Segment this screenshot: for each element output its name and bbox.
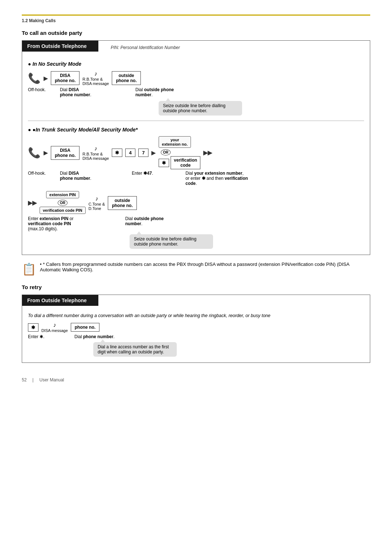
retry-label-2: Dial phone number. <box>74 334 122 339</box>
label-dial-ext: Dial your extension number,or enter ✱ an… <box>185 171 248 186</box>
retry-box-header: From Outside Telephone <box>22 295 98 306</box>
mode2-label: ●In Trunk Security Mode/All Security Mod… <box>28 127 138 133</box>
mode2-labels-2: Enter extension PIN orverification code … <box>28 216 364 231</box>
italic-note: To dial a different number during a conv… <box>28 313 364 318</box>
star-key-1: ✱ <box>112 149 122 157</box>
pin-options: extension PIN OR verification code PIN <box>40 191 86 215</box>
ctone-label: C.Tone &D.Tone <box>89 202 105 211</box>
mode2-flow-row1: 📞 ▶ DISAphone no. ♪ R.B.Tone &DISA messa… <box>28 136 364 169</box>
retry-flow-row: ✱ ♪ DISA message phone no. <box>28 322 364 333</box>
label-dial-outside-2: Dial outside phonenumber. <box>125 216 169 226</box>
rbtone-group-2: ♪ R.B.Tone &DISA message <box>82 145 109 161</box>
disa-box-2: DISAphone no. <box>51 146 79 160</box>
box-header: From Outside Telephone <box>22 41 98 52</box>
phone-icon-2: 📞 <box>28 147 41 159</box>
retry-star-key: ✱ <box>28 323 38 332</box>
bubble-text-1: Seize outside line before dialling outsi… <box>159 101 242 116</box>
rbtone-label-2: R.B.Tone &DISA message <box>82 152 109 161</box>
arrow-2: ▶ <box>44 149 48 156</box>
music-note-3: ♪ <box>95 195 98 202</box>
mode2-labels-1: Off-hook. Dial DISAphone number. Enter ✱… <box>28 171 364 186</box>
rbtone-label-1: R.B.Tone &DISA message <box>82 77 109 86</box>
label-dial-disa-1: Dial DISAphone number. <box>60 87 96 97</box>
ctone-group: ♪ C.Tone &D.Tone <box>89 195 105 211</box>
double-arrow-2: ▶▶ <box>28 199 37 206</box>
label-dial-outside-1: Dial outside phonenumber. <box>135 87 179 97</box>
retry-title: To retry <box>22 284 370 290</box>
key-7: 7 <box>138 149 148 157</box>
bubble-note-2: Seize outside line before dialling outsi… <box>130 233 364 249</box>
outside-phone-box-2: outsidephone no. <box>108 196 137 210</box>
retry-content: To dial a different number during a conv… <box>22 309 370 357</box>
page-footer: 52 | User Manual <box>22 377 370 382</box>
your-ext-box: yourextension no. <box>159 136 191 148</box>
note-block: 📋 • * Callers from preprogrammed outside… <box>22 262 370 276</box>
double-arrow-1: ▶▶ <box>203 149 212 156</box>
retry-phone-box: phone no. <box>71 323 99 332</box>
outside-phone-box-1: outsidephone no. <box>112 71 141 85</box>
verif-row: ✱ verificationcode <box>159 156 200 169</box>
note-text: • * Callers from preprogrammed outside n… <box>40 262 370 272</box>
box-header-row: From Outside Telephone PIN: Personal Ide… <box>22 41 370 52</box>
retry-box: From Outside Telephone To dial a differe… <box>22 295 370 363</box>
divider-1 <box>28 121 364 121</box>
music-note-4: ♪ <box>53 322 56 328</box>
disa-box-1: DISAphone no. <box>51 71 79 85</box>
mode1-labels: Off-hook. Dial DISAphone number. Dial ou… <box>28 87 364 97</box>
pin-label: PIN: Personal Identification Number <box>106 42 180 50</box>
or-group-2: OR <box>58 200 68 206</box>
rbtone-group-1: ♪ R.B.Tone &DISA message <box>82 70 109 86</box>
retry-label-1: Enter ✱. <box>28 334 57 339</box>
or-group: OR <box>161 149 171 155</box>
retry-bubble-text: Dial a line access number as the first d… <box>93 342 177 357</box>
or-circle-1: OR <box>161 149 171 155</box>
retry-box-header-row: From Outside Telephone <box>22 295 370 306</box>
mode2-flow-row2: ▶▶ extension PIN OR verification code PI… <box>28 191 364 215</box>
label-enter-star47: Enter ✱47. <box>132 171 168 176</box>
retry-disa-label: DISA message <box>41 328 68 333</box>
call-outside-title: To call an outside party <box>22 30 370 36</box>
or-circle-2: OR <box>58 200 68 206</box>
ext-verif-group: yourextension no. OR ✱ verificationcode <box>159 136 200 169</box>
mode2-label-row: ●In Trunk Security Mode/All Security Mod… <box>28 125 364 136</box>
music-note-1: ♪ <box>94 70 97 77</box>
verif-pin-box: verification code PIN <box>40 207 86 214</box>
label-offhook-1: Off-hook. <box>28 87 46 92</box>
call-outside-box: From Outside Telephone PIN: Personal Ide… <box>22 40 370 255</box>
section-header-text: 1.2 Making Calls <box>22 18 56 23</box>
arrow-3: ▶ <box>151 149 156 156</box>
star-key-2: ✱ <box>159 159 169 167</box>
diagram-content-1: In No Security Mode 📞 ▶ DISAphone no. ♪ … <box>22 55 370 249</box>
bubble-text-2: Seize outside line before dialling outsi… <box>130 234 213 249</box>
mode1-flow-row: 📞 ▶ DISAphone no. ♪ R.B.Tone &DISA messa… <box>28 70 364 86</box>
ext-pin-box: extension PIN <box>46 191 79 198</box>
key-4: 4 <box>125 149 135 157</box>
disa-label-1: DISAphone no. <box>51 71 79 85</box>
label-dial-disa-2: Dial DISAphone number. <box>60 171 96 181</box>
label-offhook-2: Off-hook. <box>28 171 46 176</box>
mode1-label: In No Security Mode <box>28 61 364 67</box>
bubble-note-1: Seize outside line before dialling outsi… <box>159 100 364 116</box>
music-note-2: ♪ <box>94 145 97 152</box>
footer-separator: | <box>32 377 33 382</box>
retry-bubble: Dial a line access number as the first d… <box>93 341 364 357</box>
disa-label-2: DISAphone no. <box>51 146 79 160</box>
page: 1.2 Making Calls To call an outside part… <box>0 0 392 555</box>
arrow-1: ▶ <box>44 75 48 82</box>
note-icon: 📋 <box>22 262 36 276</box>
page-number: 52 <box>22 377 26 382</box>
footer-doc-label: User Manual <box>39 377 64 382</box>
retry-disa-group: ♪ DISA message <box>41 322 68 333</box>
section-header: 1.2 Making Calls <box>22 15 370 23</box>
retry-labels: Enter ✱. Dial phone number. <box>28 334 364 339</box>
phone-icon-1: 📞 <box>28 72 41 84</box>
label-enter-pin: Enter extension PIN orverification code … <box>28 216 101 231</box>
verif-box: verificationcode <box>171 156 200 169</box>
